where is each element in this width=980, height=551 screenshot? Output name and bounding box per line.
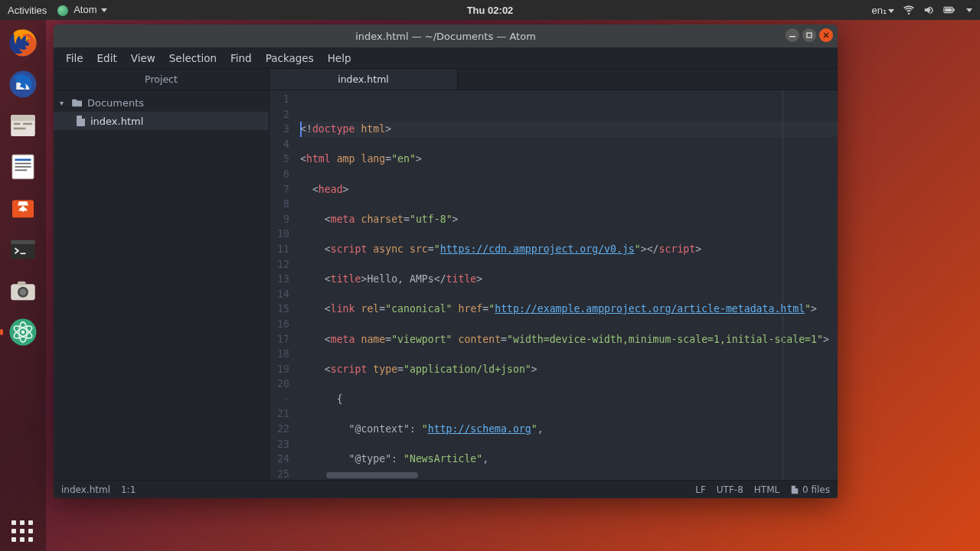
tree-folder-label: Documents — [87, 97, 144, 109]
clock[interactable]: Thu 02:02 — [467, 5, 514, 16]
status-bar: index.html 1:1 LF UTF-8 HTML 0 files — [54, 480, 838, 498]
atom-icon — [57, 5, 68, 16]
chevron-down-icon: ▾ — [60, 99, 67, 107]
show-applications-button[interactable] — [0, 520, 46, 543]
svg-rect-13 — [15, 166, 31, 168]
project-sidebar: Project ▾ Documents index.html — [54, 69, 270, 480]
window-title: index.html — ~/Documents — Atom — [355, 31, 536, 42]
svg-rect-8 — [23, 123, 32, 126]
dock-files[interactable] — [5, 107, 41, 144]
tree-file-label: index.html — [90, 116, 143, 127]
dock-writer[interactable] — [5, 148, 41, 185]
horizontal-scrollbar[interactable] — [326, 472, 838, 480]
svg-rect-20 — [18, 282, 26, 285]
system-menu-caret-icon[interactable] — [966, 8, 972, 12]
menu-find[interactable]: Find — [224, 50, 258, 67]
chevron-down-icon — [101, 8, 107, 12]
svg-rect-28 — [789, 36, 795, 37]
svg-rect-2 — [945, 8, 952, 11]
network-icon[interactable] — [903, 5, 914, 15]
svg-rect-18 — [21, 253, 26, 254]
editor-tabbar: index.html — [270, 69, 838, 90]
file-icon — [77, 116, 86, 126]
code-content[interactable]: <!doctype html> <html amp lang="en"> <he… — [296, 90, 838, 480]
svg-rect-29 — [807, 33, 812, 37]
status-eol[interactable]: LF — [695, 484, 706, 495]
svg-rect-6 — [11, 115, 35, 121]
ubuntu-dock — [0, 20, 46, 551]
window-titlebar[interactable]: index.html — ~/Documents — Atom — [54, 24, 838, 47]
menu-edit[interactable]: Edit — [91, 50, 123, 67]
menu-packages[interactable]: Packages — [260, 50, 320, 67]
dock-atom[interactable] — [5, 314, 41, 350]
editor-tab-label: index.html — [338, 73, 389, 85]
file-tree[interactable]: ▾ Documents index.html — [54, 90, 269, 133]
status-git[interactable]: 0 files — [790, 484, 830, 495]
wrap-guide — [782, 90, 783, 480]
menu-view[interactable]: View — [125, 50, 162, 67]
dock-terminal[interactable] — [5, 231, 41, 268]
atom-window: index.html — ~/Documents — Atom File Edi… — [54, 24, 838, 498]
battery-icon[interactable] — [943, 5, 956, 15]
dock-software[interactable] — [5, 190, 41, 227]
svg-rect-14 — [15, 170, 28, 171]
menu-file[interactable]: File — [60, 50, 90, 67]
dock-screenshot[interactable] — [5, 272, 41, 309]
folder-icon — [72, 98, 83, 107]
text-editor[interactable]: 1234567891011121314151617181920·21222324… — [270, 90, 838, 480]
menubar: File Edit View Selection Find Packages H… — [54, 47, 838, 69]
status-file[interactable]: index.html — [61, 484, 110, 495]
window-maximize-button[interactable] — [802, 28, 816, 42]
line-gutter: 1234567891011121314151617181920·21222324… — [270, 90, 296, 480]
menu-help[interactable]: Help — [322, 50, 358, 67]
svg-rect-11 — [15, 159, 31, 161]
gnome-topbar: Activities Atom Thu 02:02 en₁ — [0, 0, 980, 20]
status-grammar[interactable]: HTML — [754, 484, 779, 495]
window-minimize-button[interactable] — [786, 28, 799, 42]
svg-rect-7 — [14, 123, 21, 126]
tree-file-index[interactable]: index.html — [54, 112, 269, 130]
svg-point-22 — [20, 289, 27, 295]
menu-selection[interactable]: Selection — [163, 50, 223, 67]
window-close-button[interactable] — [819, 28, 833, 42]
svg-rect-12 — [15, 163, 31, 165]
tree-folder-root[interactable]: ▾ Documents — [54, 93, 269, 112]
status-encoding[interactable]: UTF-8 — [717, 484, 743, 495]
dock-firefox[interactable] — [5, 24, 41, 61]
editor-pane: index.html 12345678910111213141516171819… — [270, 69, 838, 480]
app-menu[interactable]: Atom — [57, 4, 107, 16]
activities-button[interactable]: Activities — [8, 5, 47, 16]
input-source-indicator[interactable]: en₁ — [872, 5, 894, 16]
svg-point-27 — [21, 331, 24, 334]
dock-thunderbird[interactable] — [5, 66, 41, 103]
svg-rect-1 — [953, 8, 955, 11]
status-cursor[interactable]: 1:1 — [121, 484, 136, 495]
volume-icon[interactable] — [923, 5, 934, 15]
svg-rect-17 — [11, 240, 35, 244]
svg-rect-9 — [14, 128, 26, 130]
sidebar-tab-project[interactable]: Project — [54, 69, 269, 90]
editor-tab-active[interactable]: index.html — [270, 69, 458, 90]
